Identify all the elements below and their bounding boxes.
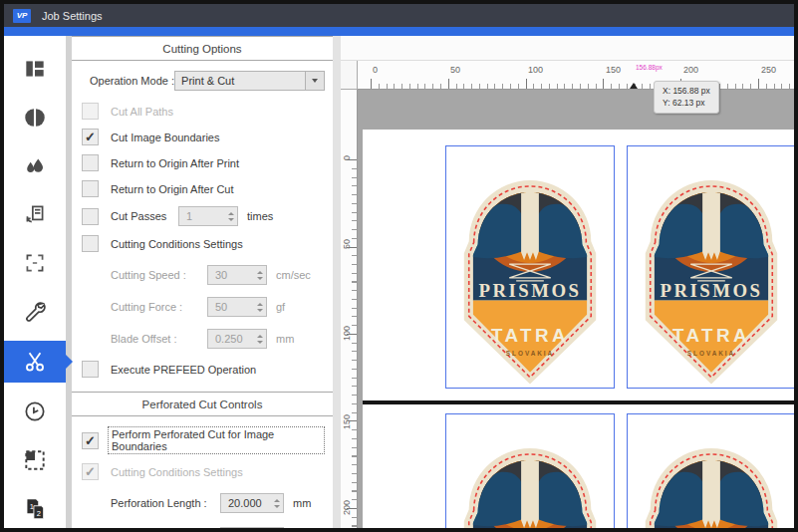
svg-text:1: 1 xyxy=(30,502,34,511)
h-ruler-tick-label: 50 xyxy=(450,65,460,75)
spinner-buttons[interactable] xyxy=(254,266,266,284)
perforation-length-input[interactable]: 20.000 xyxy=(220,493,284,513)
spinner-buttons[interactable] xyxy=(254,298,266,316)
h-ruler-tick-label: 150 xyxy=(606,65,621,75)
return-origin-print-checkbox[interactable] xyxy=(82,154,99,171)
sidebar-item-cutting[interactable] xyxy=(4,341,66,383)
app-logo: VP xyxy=(13,9,31,23)
cutting-conditions-checkbox[interactable] xyxy=(82,235,99,252)
scissors-icon xyxy=(22,349,48,375)
perforated-conditions-label: Cutting Conditions Settings xyxy=(111,466,243,478)
cut-image-boundaries-checkbox[interactable]: ✓ xyxy=(82,129,99,145)
h-ruler-tick-label: 0 xyxy=(373,65,378,75)
blade-offset-label: Blade Offset : xyxy=(111,333,207,345)
cutting-force-input[interactable]: 50 xyxy=(207,297,267,317)
prismos-tatra-label xyxy=(446,414,614,528)
cut-image-boundaries-label: Cut Image Boundaries xyxy=(111,132,219,143)
cut-passes-input[interactable]: 1 xyxy=(178,206,238,226)
cutting-options-panel: Cutting Options Operation Mode : Print &… xyxy=(72,36,333,528)
operation-mode-label: Operation Mode : xyxy=(90,75,174,87)
operation-mode-value: Print & Cut xyxy=(175,72,305,90)
sidebar-item-pages[interactable]: 1 2 xyxy=(4,489,66,528)
label-object[interactable] xyxy=(445,413,615,528)
sidebar-item-cropmarks[interactable] xyxy=(4,244,66,283)
layout-icon xyxy=(22,56,48,82)
cursor-marker-icon xyxy=(630,83,638,89)
label-object[interactable] xyxy=(627,413,794,528)
ruler-major-ticks xyxy=(347,159,357,528)
sidebar-item-ink[interactable] xyxy=(4,146,66,185)
spinner-buttons[interactable] xyxy=(271,494,283,512)
perform-perforated-cut-checkbox[interactable]: ✓ xyxy=(82,432,99,449)
title-bar: VP Job Settings xyxy=(4,4,794,27)
cutting-conditions-label: Cutting Conditions Settings xyxy=(111,238,243,250)
perform-perforated-cut-label: Perform Perforated Cut for Image Boundar… xyxy=(108,426,325,454)
return-origin-cut-label: Return to Origin After Cut xyxy=(111,183,234,195)
prismos-tatra-label xyxy=(628,414,794,528)
cutting-speed-label: Cutting Speed : xyxy=(111,269,207,281)
cutting-speed-unit: cm/sec xyxy=(276,269,311,281)
ruler-major-ticks xyxy=(371,79,794,89)
cutting-speed-input[interactable]: 30 xyxy=(207,265,267,285)
perforation-force-input[interactable]: 150 xyxy=(220,527,284,528)
prismos-tatra-label xyxy=(628,146,794,388)
job-settings-window: VP Job Settings xyxy=(0,0,798,532)
svg-text:2: 2 xyxy=(37,508,41,517)
accent-strip xyxy=(4,27,794,36)
h-ruler-tick-label: 200 xyxy=(683,65,698,75)
pages-icon: 1 2 xyxy=(22,496,48,522)
perforation-length-label: Perforation Length : xyxy=(111,497,220,509)
execute-prefeed-label: Execute PREFEED Operation xyxy=(111,364,256,376)
cut-all-paths-checkbox[interactable] xyxy=(82,103,99,120)
label-object[interactable] xyxy=(627,145,794,389)
sidebar-item-schedule[interactable] xyxy=(4,393,66,431)
perforated-conditions-checkbox[interactable]: ✓ xyxy=(82,463,99,480)
layout-canvas[interactable] xyxy=(358,90,794,528)
return-origin-print-label: Return to Origin After Print xyxy=(111,157,239,169)
window-title: Job Settings xyxy=(42,10,103,22)
contrast-icon xyxy=(22,105,48,131)
execute-prefeed-checkbox[interactable] xyxy=(82,361,99,378)
panel-divider xyxy=(333,36,341,528)
perforation-length-unit: mm xyxy=(293,497,311,509)
tool-sidebar: 1 2 xyxy=(4,36,66,528)
cut-all-paths-label: Cut All Paths xyxy=(111,106,173,118)
sidebar-item-copies[interactable] xyxy=(4,195,66,234)
blade-offset-unit: mm xyxy=(276,333,294,345)
operation-mode-select[interactable]: Print & Cut xyxy=(174,71,325,91)
sidebar-item-settings[interactable] xyxy=(4,292,66,331)
spinner-buttons[interactable] xyxy=(254,330,266,348)
tooltip-y: Y: 62.13 px xyxy=(663,97,710,109)
vertical-ruler[interactable]: 0 50 100 150 200 xyxy=(341,90,358,528)
sidebar-item-marks[interactable] xyxy=(4,441,66,480)
prismos-tatra-label xyxy=(446,146,614,388)
registration-marks-icon xyxy=(22,447,48,473)
cutting-force-label: Cutting Force : xyxy=(111,301,207,313)
spinner-buttons[interactable] xyxy=(225,207,237,225)
cursor-coordinates-tooltip: X: 156.88 px Y: 62.13 px xyxy=(654,81,719,114)
cutting-options-header: Cutting Options xyxy=(72,36,333,61)
cutting-force-unit: gf xyxy=(276,301,285,313)
cursor-position-label: 156.88px xyxy=(636,64,663,71)
clock-icon xyxy=(22,399,48,424)
h-ruler-tick-label: 250 xyxy=(761,65,776,75)
return-origin-cut-checkbox[interactable] xyxy=(82,180,99,197)
ruler-corner xyxy=(341,61,358,90)
preview-area: 0 50 100 150 200 250 156.88px 0 50 100 1… xyxy=(341,36,794,528)
preview-toolbar xyxy=(341,36,794,61)
tooltip-x: X: 156.88 px xyxy=(663,85,710,97)
copy-refresh-icon xyxy=(22,201,48,227)
blade-offset-input[interactable]: 0.250 xyxy=(207,329,267,349)
combo-dropdown-button[interactable] xyxy=(305,72,324,90)
sidebar-item-layout[interactable] xyxy=(4,50,66,89)
cut-passes-checkbox[interactable] xyxy=(82,208,99,225)
wrench-icon xyxy=(22,298,48,324)
ink-drops-icon xyxy=(22,153,48,179)
perforated-cut-header: Perforated Cut Controls xyxy=(72,392,333,416)
label-object[interactable] xyxy=(445,145,615,389)
cut-passes-label: Cut Passes xyxy=(111,210,170,222)
crop-marks-icon xyxy=(22,250,48,276)
sidebar-item-color[interactable] xyxy=(4,99,66,137)
h-ruler-tick-label: 100 xyxy=(528,65,543,75)
horizontal-ruler[interactable]: 0 50 100 150 200 250 156.88px xyxy=(358,61,794,90)
